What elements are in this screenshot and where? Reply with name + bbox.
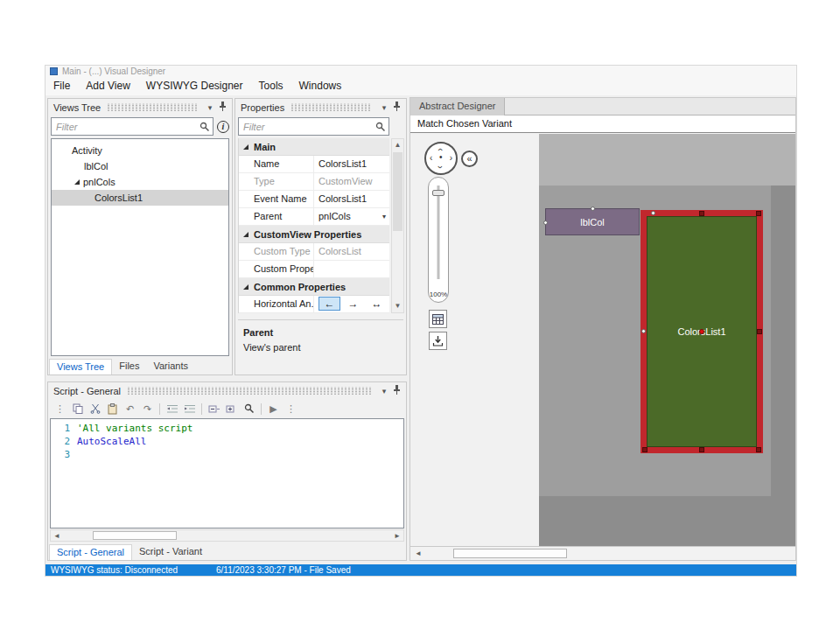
tab-views-tree[interactable]: Views Tree [49, 359, 112, 374]
expand-triangle-icon[interactable] [74, 179, 80, 185]
search-icon[interactable] [242, 402, 256, 416]
properties-scrollbar[interactable]: ▲ ▼ [391, 138, 404, 313]
handle-dot[interactable] [591, 206, 595, 211]
designer-horizontal-scrollbar[interactable]: ◄ [410, 546, 795, 560]
scroll-left-icon[interactable]: ◄ [51, 530, 63, 541]
undo-icon[interactable]: ↶ [122, 402, 137, 416]
canvas-outside-area [539, 496, 771, 546]
menu-file[interactable]: File [46, 77, 78, 94]
prop-row-name[interactable]: NameColorsList1 [239, 156, 389, 173]
tree-item-pnlcols[interactable]: pnlCols [52, 174, 228, 190]
properties-header: Properties ▾ [235, 99, 406, 116]
zoom-slider-track[interactable] [438, 186, 440, 279]
tree-item-activity[interactable]: Activity [52, 143, 228, 158]
scrollbar-thumb[interactable] [453, 549, 567, 558]
pan-left-icon[interactable]: ‹ [430, 154, 432, 163]
toolbar-overflow-icon[interactable]: ⋮ [284, 402, 298, 416]
section-common-properties[interactable]: Common Properties [239, 278, 389, 296]
cut-icon[interactable] [88, 402, 102, 416]
expand-regions-icon[interactable] [224, 402, 239, 416]
tab-script-variant[interactable]: Script - Variant [132, 544, 209, 559]
redo-icon[interactable]: ↷ [140, 402, 155, 416]
panel-menu-icon[interactable]: ▾ [378, 387, 390, 396]
scroll-right-icon[interactable]: ► [391, 530, 403, 541]
description-title: Parent [243, 327, 398, 338]
property-description: Parent View's parent [238, 319, 403, 372]
scrollbar-thumb[interactable] [393, 152, 402, 231]
resize-handle[interactable] [642, 447, 648, 452]
scrollbar-thumb[interactable] [93, 531, 177, 540]
section-customview-properties[interactable]: CustomView Properties [239, 226, 389, 243]
line-number: 3 [51, 448, 77, 461]
pin-icon[interactable] [390, 102, 402, 113]
grid-button[interactable] [429, 310, 447, 328]
handle-dot[interactable] [543, 220, 548, 225]
resize-handle[interactable] [699, 211, 704, 216]
pin-icon[interactable] [216, 102, 228, 113]
tree-item-lblcol[interactable]: lblCol [52, 158, 228, 174]
collapse-panel-button[interactable]: « [461, 150, 478, 167]
play-icon[interactable]: ▶ [266, 402, 281, 416]
canvas-label-lblcol[interactable]: lblCol [545, 208, 640, 235]
match-variant-bar[interactable]: Match Chosen Variant [410, 116, 795, 133]
tab-script-general[interactable]: Script - General [49, 544, 132, 560]
abstract-designer-panel: Abstract Designer Match Chosen Variant ‹… [410, 97, 796, 561]
anchor-right-button[interactable]: → [342, 297, 364, 311]
code-text: 'All variants script [77, 422, 192, 435]
section-expand-icon [243, 144, 248, 150]
scroll-up-icon[interactable]: ▲ [392, 139, 403, 151]
pin-icon[interactable] [390, 385, 402, 396]
resize-handle[interactable] [699, 447, 704, 452]
anchor-left-button[interactable]: ← [318, 297, 340, 311]
handle-dot[interactable] [651, 211, 655, 215]
menu-add-view[interactable]: Add View [78, 77, 137, 94]
zoom-slider-thumb[interactable] [432, 190, 444, 196]
menu-wysiwyg-designer[interactable]: WYSIWYG Designer [138, 77, 251, 94]
pan-right-icon[interactable]: › [450, 154, 452, 163]
properties-filter-input[interactable] [239, 118, 388, 135]
menu-windows[interactable]: Windows [291, 77, 350, 94]
panel-grip-texture [290, 103, 372, 111]
panel-menu-icon[interactable]: ▾ [204, 103, 216, 112]
prop-row-custom-properties[interactable]: Custom Prope... [239, 261, 389, 278]
collapse-regions-icon[interactable] [206, 402, 221, 416]
menu-tools[interactable]: Tools [251, 77, 291, 94]
info-icon[interactable]: i [217, 121, 229, 133]
scroll-left-icon[interactable]: ◄ [412, 547, 424, 560]
resize-handle[interactable] [757, 329, 762, 334]
tab-files[interactable]: Files [112, 359, 146, 374]
window-title: Main - (...) Visual Designer [62, 66, 165, 76]
script-horizontal-scrollbar[interactable]: ◄ ► [50, 529, 404, 542]
pan-up-icon[interactable]: ‹ [436, 148, 444, 150]
section-main[interactable]: Main [239, 138, 389, 156]
prop-row-parent[interactable]: ParentpnlCols▾ [239, 208, 389, 226]
scroll-down-icon[interactable]: ▼ [392, 300, 403, 312]
tab-abstract-designer[interactable]: Abstract Designer [410, 98, 505, 116]
colorslist1-surface[interactable]: ColorsList1 [647, 216, 757, 447]
import-button[interactable] [429, 332, 447, 350]
prop-row-event-name[interactable]: Event NameColorsList1 [239, 191, 389, 208]
handle-dot[interactable] [641, 329, 646, 333]
anchor-dot [699, 329, 704, 334]
indent-decrease-icon[interactable] [164, 402, 179, 416]
code-editor[interactable]: 1'All variants script 2AutoScaleAll 3 [50, 418, 404, 528]
tree-item-colorslist1[interactable]: ColorsList1 [52, 190, 228, 206]
zoom-slider[interactable]: 100% [428, 177, 449, 303]
chevron-down-icon[interactable]: ▾ [382, 208, 386, 225]
indent-increase-icon[interactable] [182, 402, 197, 416]
canvas-panel-colorslist1[interactable]: ColorsList1 [640, 210, 763, 453]
copy-icon[interactable] [70, 402, 85, 416]
code-line: 3 [51, 448, 403, 461]
tab-variants[interactable]: Variants [146, 359, 195, 374]
anchor-both-button[interactable]: ↔ [366, 297, 388, 311]
resize-handle[interactable] [756, 447, 761, 452]
designer-canvas[interactable]: lblCol ColorsList1 [539, 134, 795, 546]
paste-icon[interactable] [105, 402, 120, 416]
pan-dpad[interactable]: ‹ ‹ ‹ › • [424, 142, 458, 175]
resize-handle[interactable] [756, 211, 761, 216]
pan-center-icon[interactable]: • [439, 153, 443, 162]
pan-down-icon[interactable]: ‹ [436, 165, 444, 168]
views-filter-input[interactable] [52, 118, 213, 135]
toolbar-separator [201, 403, 202, 415]
panel-menu-icon[interactable]: ▾ [378, 103, 390, 112]
